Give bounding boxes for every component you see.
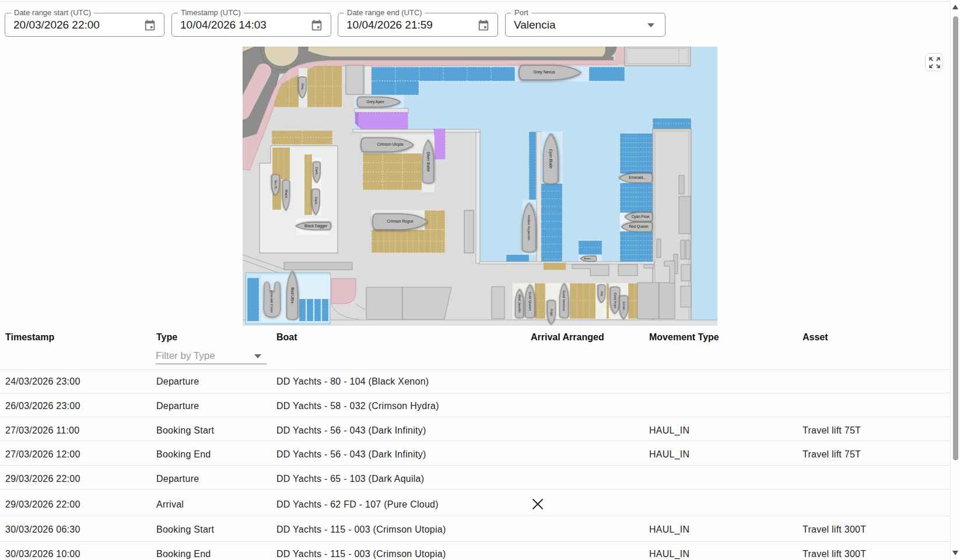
svg-text:Black Dagger: Black Dagger bbox=[304, 224, 328, 228]
svg-text:Amber...: Amber... bbox=[584, 257, 593, 260]
svg-text:Crimson Rogue: Crimson Rogue bbox=[387, 219, 414, 224]
svg-text:Silver Bullet: Silver Bullet bbox=[426, 152, 430, 172]
svg-text:Emerald Crest: Emerald Crest bbox=[270, 290, 274, 313]
svg-text:Dark...: Dark... bbox=[314, 197, 318, 207]
svg-text:Emer...: Emer... bbox=[622, 302, 626, 313]
svg-text:Crimson Utopia: Crimson Utopia bbox=[377, 142, 404, 147]
svg-text:Red Queen: Red Queen bbox=[629, 224, 649, 229]
svg-text:Gold Queen: Gold Queen bbox=[528, 292, 532, 311]
svg-text:Dark...: Dark... bbox=[315, 167, 318, 178]
svg-text:Emerald...: Emerald... bbox=[629, 175, 646, 179]
svg-text:Grey Nexus: Grey Nexus bbox=[534, 70, 555, 75]
svg-text:Black...: Black... bbox=[285, 189, 288, 201]
svg-text:Grey...: Grey... bbox=[301, 83, 304, 92]
svg-text:New M...: New M... bbox=[274, 180, 277, 191]
svg-text:Cyan Flow: Cyan Flow bbox=[632, 214, 650, 219]
svg-text:Am: Am bbox=[600, 291, 604, 297]
svg-text:Red Javelin: Red Javelin bbox=[518, 294, 521, 312]
svg-text:Gold Argo: Gold Argo bbox=[614, 293, 617, 308]
svg-text:Cyan Blade: Cyan Blade bbox=[548, 149, 553, 169]
svg-text:Gold Venture: Gold Venture bbox=[562, 290, 566, 311]
svg-text:Argo: Argo bbox=[550, 309, 553, 316]
svg-text:Grey Apex: Grey Apex bbox=[366, 100, 384, 104]
svg-text:Red Ultra: Red Ultra bbox=[290, 287, 295, 304]
svg-text:Amber Hyperion: Amber Hyperion bbox=[527, 215, 531, 240]
